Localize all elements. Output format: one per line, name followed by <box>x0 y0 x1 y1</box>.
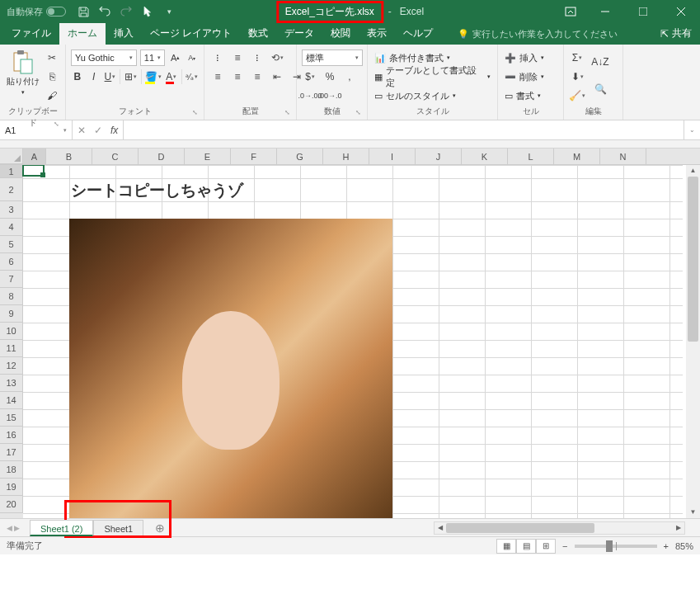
dialog-launcher-icon[interactable]: ⤡ <box>52 120 60 129</box>
row-header-3[interactable]: 3 <box>0 201 23 219</box>
row-header-16[interactable]: 16 <box>0 427 23 444</box>
row-header-5[interactable]: 5 <box>0 236 23 253</box>
prev-sheet-icon[interactable]: ◀ <box>7 524 12 532</box>
copy-button[interactable]: ⎘ <box>44 68 60 85</box>
conditional-format-button[interactable]: 📊条件付き書式 ▾ <box>373 50 492 66</box>
percent-format-button[interactable]: % <box>322 68 338 85</box>
horizontal-scrollbar[interactable]: ◀ ▶ <box>434 521 685 535</box>
tab-formulas[interactable]: 数式 <box>240 23 276 45</box>
col-header-h[interactable]: H <box>323 149 369 164</box>
font-color-button[interactable]: A <box>165 68 178 85</box>
fill-color-button[interactable]: 🪣 <box>145 68 162 85</box>
new-sheet-button[interactable]: ⊕ <box>150 521 170 535</box>
col-header-a[interactable]: A <box>23 149 46 164</box>
row-header-1[interactable]: 1 <box>0 165 23 178</box>
font-size-combo[interactable]: 11▾ <box>140 50 166 66</box>
sheet-tab-active[interactable]: Sheet1 (2) <box>30 520 93 536</box>
phonetic-button[interactable]: ᵃ⁄ₐ <box>185 68 199 85</box>
zoom-thumb-icon[interactable] <box>606 540 613 552</box>
orientation-button[interactable]: ⟲ <box>269 50 285 66</box>
comma-format-button[interactable]: , <box>341 68 358 85</box>
insert-cells-button[interactable]: ➕挿入 ▾ <box>503 50 546 66</box>
sheet-tab-other[interactable]: Sheet1 <box>93 520 143 536</box>
redo-icon[interactable] <box>120 6 132 17</box>
maximize-button[interactable] <box>624 0 662 23</box>
dialog-launcher-icon[interactable]: ⤡ <box>354 109 362 117</box>
ribbon-display-options[interactable] <box>565 7 576 17</box>
cell-styles-button[interactable]: ▭セルのスタイル ▾ <box>373 87 492 104</box>
delete-cells-button[interactable]: ➖削除 ▾ <box>503 68 546 85</box>
find-select-button[interactable]: 🔍 <box>592 77 608 101</box>
col-header-e[interactable]: E <box>185 149 231 164</box>
undo-icon[interactable] <box>99 6 110 17</box>
bold-button[interactable]: B <box>71 68 84 85</box>
scroll-up-icon[interactable]: ▲ <box>686 165 700 177</box>
col-header-d[interactable]: D <box>139 149 185 164</box>
row-header-12[interactable]: 12 <box>0 357 23 375</box>
zoom-out-button[interactable]: − <box>562 541 567 551</box>
dialog-launcher-icon[interactable]: ⤡ <box>190 109 199 117</box>
align-top-button[interactable]: ⫶ <box>209 50 226 66</box>
zoom-level[interactable]: 85% <box>675 541 693 551</box>
align-middle-button[interactable]: ≡ <box>229 50 246 66</box>
autosave-toggle[interactable]: 自動保存 <box>7 6 66 18</box>
row-header-17[interactable]: 17 <box>0 444 23 461</box>
paste-button[interactable]: 貼り付け ▾ <box>5 50 40 96</box>
tab-data[interactable]: データ <box>276 23 322 45</box>
col-header-f[interactable]: F <box>231 149 277 164</box>
align-bottom-button[interactable]: ⫶ <box>249 50 265 66</box>
font-name-combo[interactable]: Yu Gothic▾ <box>71 50 137 66</box>
cut-button[interactable]: ✂ <box>44 50 60 66</box>
col-header-g[interactable]: G <box>277 149 323 164</box>
enter-formula-icon[interactable]: ✓ <box>94 125 102 136</box>
row-header-13[interactable]: 13 <box>0 375 23 392</box>
hscroll-thumb[interactable] <box>446 523 594 533</box>
fx-icon[interactable]: fx <box>110 125 118 136</box>
align-right-button[interactable]: ≡ <box>249 68 265 85</box>
accounting-format-button[interactable]: $ <box>302 68 318 85</box>
fill-button[interactable]: ⬇ <box>569 68 585 85</box>
decrease-decimal-button[interactable]: .00→.0 <box>322 87 338 104</box>
row-header-2[interactable]: 2 <box>0 178 23 201</box>
scroll-down-icon[interactable]: ▼ <box>686 507 700 518</box>
qat-customize-icon[interactable]: ▾ <box>163 6 175 17</box>
embedded-image[interactable] <box>69 219 392 518</box>
cells-area[interactable]: シートコピーしちゃうゾ <box>23 165 700 518</box>
page-layout-view-button[interactable]: ▤ <box>516 539 536 554</box>
row-header-6[interactable]: 6 <box>0 253 23 271</box>
tab-view[interactable]: 表示 <box>359 23 395 45</box>
zoom-slider[interactable] <box>575 545 657 548</box>
tab-page-layout[interactable]: ページ レイアウト <box>142 23 240 45</box>
col-header-c[interactable]: C <box>92 149 139 164</box>
align-left-button[interactable]: ≡ <box>209 68 226 85</box>
save-icon[interactable] <box>78 6 89 17</box>
tab-review[interactable]: 校閲 <box>322 23 359 45</box>
col-header-i[interactable]: I <box>369 149 416 164</box>
close-button[interactable] <box>662 0 700 23</box>
number-format-combo[interactable]: 標準▾ <box>302 50 363 66</box>
clear-button[interactable]: 🧹 <box>569 87 585 104</box>
row-header-20[interactable]: 20 <box>0 496 23 513</box>
normal-view-button[interactable]: ▦ <box>496 539 516 554</box>
minimize-button[interactable] <box>586 0 624 23</box>
expand-formula-bar[interactable]: ⌄ <box>684 120 700 139</box>
col-header-n[interactable]: N <box>600 149 646 164</box>
formula-input[interactable] <box>124 120 684 139</box>
autosum-button[interactable]: Σ <box>569 50 585 66</box>
row-header-4[interactable]: 4 <box>0 219 23 236</box>
col-header-m[interactable]: M <box>554 149 600 164</box>
dialog-launcher-icon[interactable]: ⤡ <box>283 109 291 117</box>
scroll-left-icon[interactable]: ◀ <box>435 522 446 534</box>
row-header-11[interactable]: 11 <box>0 340 23 357</box>
tell-me-search[interactable]: 💡 実行したい作業を入力してください <box>458 28 618 45</box>
tab-home[interactable]: ホーム <box>59 23 106 45</box>
col-header-b[interactable]: B <box>46 149 92 164</box>
col-header-k[interactable]: K <box>462 149 508 164</box>
italic-button[interactable]: I <box>87 68 101 85</box>
row-header-7[interactable]: 7 <box>0 271 23 288</box>
row-header-8[interactable]: 8 <box>0 288 23 305</box>
page-break-view-button[interactable]: ⊞ <box>536 539 556 554</box>
decrease-indent-button[interactable]: ⇤ <box>269 68 285 85</box>
format-cells-button[interactable]: ▭書式 ▾ <box>503 87 546 104</box>
tab-file[interactable]: ファイル <box>3 23 59 45</box>
